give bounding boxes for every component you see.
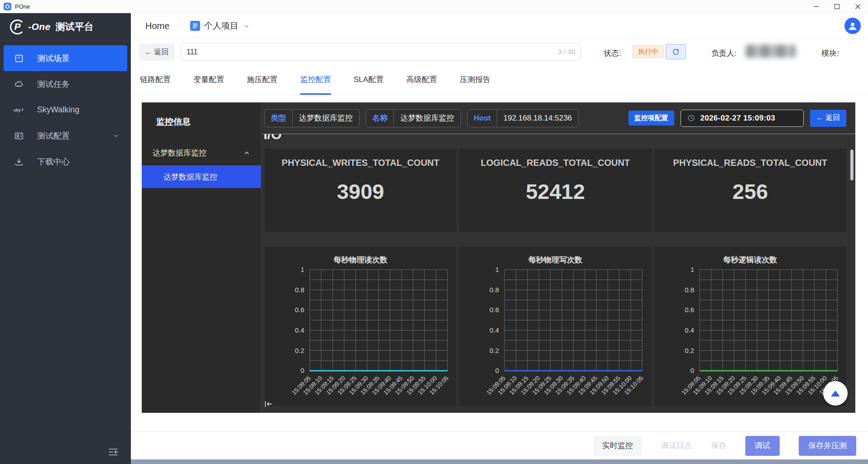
panel-back-button[interactable]: ← 返回 [810, 110, 846, 127]
filter-label: 名称 [366, 110, 394, 127]
scene-toolbar: ← 返回 3 / 30 状态: 执行中 负责人: 模块: [131, 39, 868, 69]
svg-text:0.8: 0.8 [685, 286, 694, 294]
sidebar-item-label: 测试场景 [37, 53, 70, 64]
sidebar-item-skywalking[interactable]: skySkyWalking [0, 97, 131, 123]
filter-value: 192.168.18.14:5236 [497, 110, 578, 127]
task-icon [14, 79, 24, 89]
chevron-down-icon [113, 133, 119, 139]
save-and-test-button[interactable]: 保存并压测 [799, 436, 856, 456]
svg-text:1: 1 [495, 266, 499, 273]
panel-collapse-icon[interactable] [264, 401, 273, 409]
svg-text:1: 1 [690, 266, 694, 273]
save-button[interactable]: 保存 [711, 440, 726, 451]
svg-text:0.6: 0.6 [685, 306, 694, 314]
monitor-group-node[interactable]: 达梦数据库监控 [153, 148, 250, 158]
monitor-tree-item-selected[interactable]: 达梦数据库监控 [142, 165, 261, 188]
line-chart-plot: 00.20.40.60.8115:09:0515:09:1015:09:1515… [654, 266, 846, 398]
clock-icon [687, 114, 695, 122]
chart-card-3: 每秒逻辑读次数00.20.40.60.8115:09:0515:09:1015:… [654, 246, 846, 406]
app-window: POne P -One 测试平台 测试场景测试任务skySkyWalking测试… [0, 0, 868, 464]
stat-card: LOGICAL_READS_TOTAL_COUNT52412 [459, 149, 651, 232]
sidebar-item-label: 下载中心 [37, 156, 70, 167]
sidebar-collapse-button[interactable] [108, 448, 119, 458]
monitor-panel: 监控信息 达梦数据库监控 达梦数据库监控 类型达梦数据库监控名称达梦数据库监控H… [142, 102, 855, 413]
sidebar-item-test-task[interactable]: 测试任务 [0, 71, 131, 97]
debug-log-button[interactable]: 调试日志 [661, 440, 692, 451]
back-button[interactable]: ← 返回 [139, 44, 174, 61]
tab-report[interactable]: 压测报告 [460, 69, 490, 95]
chevron-down-icon [244, 23, 249, 29]
window-title: POne [15, 3, 30, 10]
filter-value: 达梦数据库监控 [293, 110, 359, 127]
svg-text:0: 0 [301, 367, 304, 374]
svg-text:0.8: 0.8 [295, 286, 304, 294]
skywalking-icon: sky [14, 106, 24, 115]
stat-card-row: PHYSICAL_WRITES_TOTAL_COUNT3909LOGICAL_R… [262, 142, 855, 232]
window-titlebar: POne [0, 0, 868, 13]
tab-advanced-config[interactable]: 高级配置 [406, 69, 437, 95]
horizontal-scrollbar[interactable] [131, 459, 868, 464]
module-label: 模块: [821, 48, 839, 58]
svg-text:sky: sky [14, 107, 21, 112]
stat-card-value: 3909 [264, 179, 456, 204]
breadcrumb-home[interactable]: Home [145, 21, 169, 31]
svg-text:0: 0 [495, 367, 499, 374]
chart-title: 每秒逻辑读次数 [654, 246, 846, 265]
debug-button[interactable]: 调试 [745, 436, 780, 456]
filter-label: Host [468, 110, 497, 127]
chart-title: 每秒物理写次数 [459, 246, 651, 265]
main-content: Home · 个人项目 ← 返回 3 / 30 状态: [131, 13, 868, 464]
project-icon [190, 21, 200, 31]
monitor-detail-panel: 类型达梦数据库监控名称达梦数据库监控Host192.168.18.14:5236… [262, 102, 855, 413]
project-dropdown[interactable]: 个人项目 [190, 20, 249, 32]
back-to-top-button[interactable] [823, 381, 848, 406]
svg-text:1: 1 [301, 266, 304, 273]
tab-sla-config[interactable]: SLA配置 [354, 69, 384, 95]
stat-card-title: PHYSICAL_READS_TOTAL_COUNT [654, 158, 846, 168]
sidebar-item-label: 测试任务 [37, 79, 70, 90]
action-footer: 实时监控调试日志保存调试保存并压测 [131, 431, 868, 459]
char-counter: 3 / 30 [558, 48, 575, 55]
minimize-button[interactable] [806, 0, 826, 13]
logo-p-icon: P [10, 19, 25, 34]
user-avatar[interactable] [844, 18, 861, 34]
tab-link-config[interactable]: 链路配置 [140, 69, 171, 95]
svg-text:0.2: 0.2 [685, 347, 694, 354]
chart-card-2: 每秒物理写次数00.20.40.60.8115:09:0515:09:1015:… [459, 246, 651, 406]
tab-monitor-config[interactable]: 监控配置 [300, 69, 331, 95]
close-button[interactable] [847, 0, 868, 13]
sidebar-nav: 测试场景测试任务skySkyWalking测试配置下载中心 [0, 45, 131, 174]
triangle-up-icon [831, 391, 840, 396]
sidebar-item-download-center[interactable]: 下载中心 [0, 149, 131, 174]
datetime-value: 2026-02-27 15:09:03 [700, 114, 775, 123]
svg-text:0.6: 0.6 [295, 306, 304, 314]
tab-variable-config[interactable]: 变量配置 [193, 69, 224, 95]
breadcrumb-separator: · [179, 22, 182, 30]
tab-pressure-config[interactable]: 施压配置 [247, 69, 278, 95]
sidebar-item-label: 测试配置 [37, 130, 70, 141]
app-logo: P -One 测试平台 [0, 13, 131, 41]
scene-name-field: 3 / 30 [181, 43, 581, 61]
owner-name-redacted [746, 45, 796, 58]
project-name: 个人项目 [204, 20, 239, 32]
stat-card-title: LOGICAL_READS_TOTAL_COUNT [459, 158, 651, 168]
refresh-button[interactable] [666, 44, 686, 59]
sidebar-item-test-scenario[interactable]: 测试场景 [4, 45, 127, 71]
monitor-panel-title: 监控信息 [156, 116, 261, 128]
monitor-tree-panel: 监控信息 达梦数据库监控 达梦数据库监控 [142, 102, 261, 413]
svg-text:0: 0 [690, 367, 694, 374]
sidebar-item-label: SkyWalking [37, 105, 79, 115]
scene-name-input[interactable] [181, 44, 580, 60]
svg-text:0.4: 0.4 [295, 326, 304, 334]
svg-text:0.2: 0.2 [295, 347, 304, 354]
owner-label: 负责人: [711, 48, 737, 58]
monitor-items-config-button[interactable]: 监控项配置 [628, 111, 674, 126]
scenario-icon [14, 53, 24, 63]
svg-text:0.6: 0.6 [490, 306, 499, 314]
sidebar-item-test-config[interactable]: 测试配置 [0, 123, 131, 149]
stat-card: PHYSICAL_WRITES_TOTAL_COUNT3909 [264, 149, 456, 232]
realtime-monitor-button[interactable]: 实时监控 [593, 436, 642, 456]
datetime-picker[interactable]: 2026-02-27 15:09:03 [681, 110, 804, 127]
maximize-button[interactable] [826, 0, 847, 13]
vertical-scrollbar[interactable] [850, 150, 854, 180]
